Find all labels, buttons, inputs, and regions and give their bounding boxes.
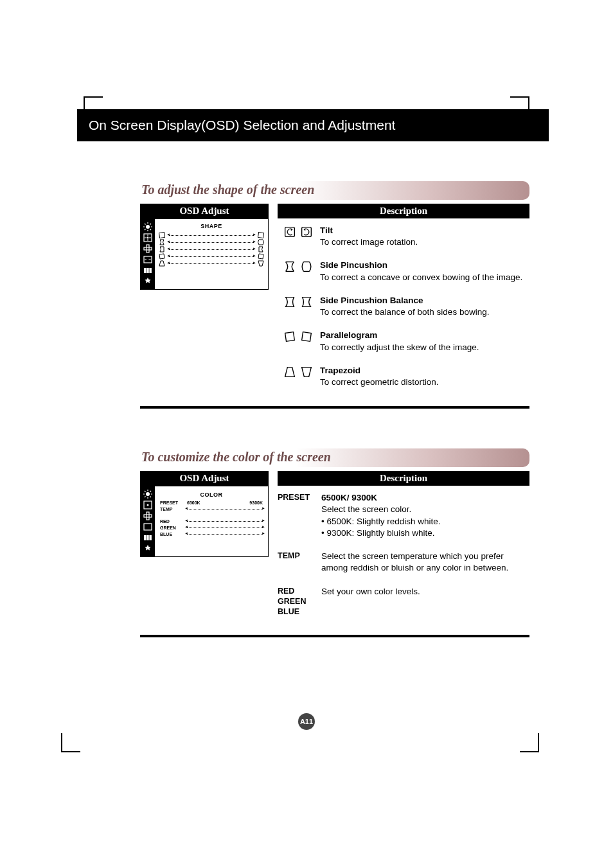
item-name: Side Pincushion Balance xyxy=(320,295,529,306)
size-icon xyxy=(143,511,153,521)
section-separator xyxy=(140,635,529,637)
svg-rect-15 xyxy=(144,268,147,273)
pin-concave-icon xyxy=(283,260,297,274)
preset-9300K: 9300K xyxy=(249,500,263,505)
osd-panel-color: COLOR PRESET6500K9300K TEMP RED GREEN BL… xyxy=(140,486,269,557)
trap-b-icon xyxy=(299,365,314,379)
column-header-osd: OSD Adjust xyxy=(140,471,269,486)
svg-rect-36 xyxy=(144,535,147,540)
para-l-icon xyxy=(283,330,297,344)
color-item: TEMP Select the screen temperature which… xyxy=(278,551,529,574)
svg-rect-19 xyxy=(258,232,263,238)
svg-point-0 xyxy=(146,225,150,229)
crop-mark xyxy=(520,733,539,752)
page-title: On Screen Display(OSD) Selection and Adj… xyxy=(77,109,549,141)
svg-line-30 xyxy=(150,491,152,492)
item-label: RED GREEN BLUE xyxy=(278,586,315,617)
svg-point-10 xyxy=(147,237,149,239)
item-name: Tilt xyxy=(320,225,529,236)
svg-point-22 xyxy=(146,492,150,496)
shape-item: TrapezoidTo correct geometric distortion… xyxy=(278,365,529,388)
item-label: TEMP xyxy=(278,551,315,574)
item-desc: To correct image rotation. xyxy=(320,237,418,247)
brightness-icon xyxy=(143,489,153,499)
size-icon xyxy=(143,244,153,254)
svg-rect-34 xyxy=(147,512,149,520)
section-heading: To customize the color of the screen xyxy=(140,448,529,467)
svg-rect-12 xyxy=(147,245,149,252)
svg-rect-16 xyxy=(147,268,149,273)
blue-label: BLUE xyxy=(160,532,183,536)
shape-item: ParallelogramTo correctly adjust the ske… xyxy=(278,330,529,353)
trap-t-icon xyxy=(159,260,165,267)
osd-panel-shape: SHAPE xyxy=(140,218,269,290)
special-icon xyxy=(143,544,153,554)
svg-line-6 xyxy=(150,229,152,231)
osd-label: COLOR xyxy=(160,492,263,498)
special-icon xyxy=(143,276,153,287)
item-desc: To correctly adjust the skew of the imag… xyxy=(320,342,479,352)
color-item: RED GREEN BLUE Set your own color levels… xyxy=(278,586,529,617)
position-icon xyxy=(143,233,153,243)
svg-rect-38 xyxy=(149,535,152,540)
svg-rect-35 xyxy=(144,524,152,530)
item-name: Parallelogram xyxy=(320,330,529,341)
svg-line-7 xyxy=(145,229,146,231)
item-name: Side Pincushion xyxy=(320,260,529,271)
shape-icon xyxy=(143,254,153,265)
svg-line-27 xyxy=(145,491,146,492)
pin-concave-icon xyxy=(159,239,165,245)
item-label: PRESET xyxy=(278,492,315,539)
pin-bal-r-icon xyxy=(258,246,264,252)
svg-point-32 xyxy=(147,504,149,506)
pin-bal-l-icon xyxy=(159,246,165,252)
item-desc: To correct a concave or convex bowing of… xyxy=(320,272,522,282)
svg-rect-33 xyxy=(144,515,152,517)
svg-line-28 xyxy=(150,497,152,498)
svg-line-29 xyxy=(145,497,146,498)
svg-line-5 xyxy=(145,224,146,225)
column-header-desc: Description xyxy=(278,471,529,486)
preset-label: PRESET xyxy=(160,500,183,505)
color-icon xyxy=(143,533,153,543)
shape-item: Side Pincushion BalanceTo correct the ba… xyxy=(278,295,529,318)
item-desc: To correct the balance of both sides bow… xyxy=(320,307,489,317)
item-name: Trapezoid xyxy=(320,365,529,376)
section-shape: To adjust the shape of the screen OSD Ad… xyxy=(84,181,529,409)
page-number: A11 xyxy=(298,713,315,730)
trap-b-icon xyxy=(258,260,264,267)
shape-item: TiltTo correct image rotation. xyxy=(278,225,529,248)
osd-side-icons xyxy=(141,486,155,556)
section-heading: To adjust the shape of the screen xyxy=(140,181,529,200)
tilt-ccw-icon xyxy=(159,232,165,238)
tilt-cw-icon xyxy=(258,232,264,238)
pin-bal-l-icon xyxy=(283,295,297,309)
para-r-icon xyxy=(299,330,314,344)
osd-label: SHAPE xyxy=(159,223,264,229)
item-body: Set your own color levels. xyxy=(321,587,420,596)
brightness-icon xyxy=(143,222,153,232)
svg-rect-11 xyxy=(144,247,152,250)
trap-t-icon xyxy=(283,365,297,379)
color-icon xyxy=(143,265,153,276)
color-item: PRESET 6500K/ 9300KSelect the screen col… xyxy=(278,492,529,539)
svg-rect-37 xyxy=(147,535,149,540)
svg-line-8 xyxy=(150,224,152,225)
crop-mark xyxy=(61,733,80,752)
item-desc: To correct geometric distortion. xyxy=(320,377,439,387)
green-label: GREEN xyxy=(160,526,183,530)
shape-icon xyxy=(143,522,153,532)
svg-rect-17 xyxy=(149,268,152,273)
section-separator xyxy=(140,406,529,409)
temp-label: TEMP xyxy=(160,507,183,511)
pin-convex-icon xyxy=(258,239,264,245)
section-color: To customize the color of the screen OSD… xyxy=(84,448,529,637)
column-header-osd: OSD Adjust xyxy=(140,204,269,218)
column-header-desc: Description xyxy=(278,204,529,218)
shape-item: Side PincushionTo correct a concave or c… xyxy=(278,260,529,283)
pin-bal-r-icon xyxy=(299,295,314,309)
preset-6500K: 6500K xyxy=(187,500,200,505)
pin-convex-icon xyxy=(299,260,314,274)
tilt-cw-icon xyxy=(299,225,314,239)
item-body: Select the screen temperature which you … xyxy=(321,551,508,572)
